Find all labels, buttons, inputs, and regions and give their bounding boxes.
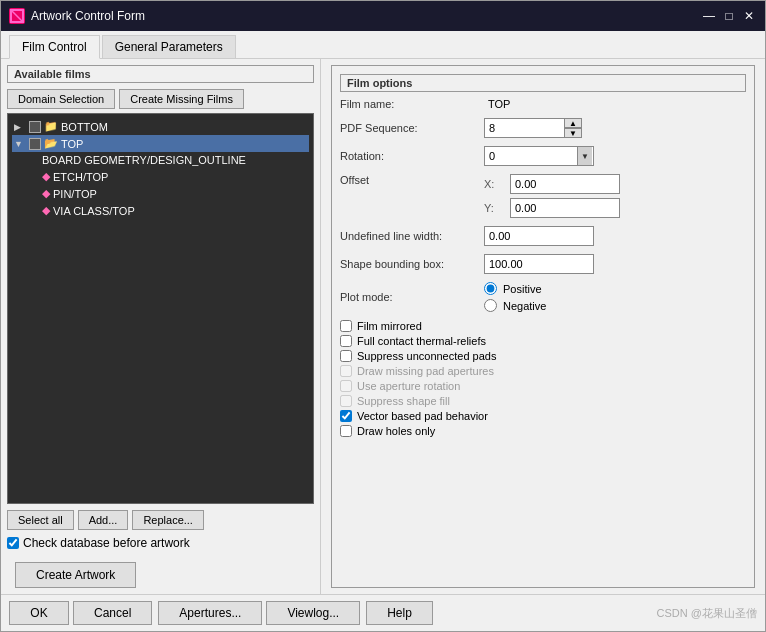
- film-options-title: Film options: [340, 74, 746, 92]
- checkbox-film-mirrored[interactable]: [340, 320, 352, 332]
- tree-item-bottom[interactable]: ▶ 📁 BOTTOM: [12, 118, 309, 135]
- right-panel: Film options Film name: TOP PDF Sequence…: [321, 59, 765, 594]
- shape-bounding-box-row: Shape bounding box:: [340, 254, 746, 274]
- tree-label-bottom: BOTTOM: [61, 121, 108, 133]
- help-button[interactable]: Help: [366, 601, 433, 625]
- film-name-value: TOP: [488, 98, 510, 110]
- undefined-line-width-label: Undefined line width:: [340, 230, 480, 242]
- title-bar: Artwork Control Form — □ ✕: [1, 1, 765, 31]
- pdf-spin-buttons: ▲ ▼: [564, 118, 582, 138]
- offset-group: X: Y:: [484, 174, 620, 218]
- checkbox-full-contact[interactable]: [340, 335, 352, 347]
- footer: OK Cancel Apertures... Viewlog... Help C…: [1, 594, 765, 631]
- checkbox-draw-holes[interactable]: [340, 425, 352, 437]
- folder-icon-top: 📂: [44, 137, 58, 150]
- select-all-button[interactable]: Select all: [7, 510, 74, 530]
- label-film-mirrored: Film mirrored: [357, 320, 422, 332]
- offset-y-row: Y:: [484, 198, 620, 218]
- pdf-sequence-label: PDF Sequence:: [340, 122, 480, 134]
- tree-label-top: TOP: [61, 138, 83, 150]
- footer-left-group: OK Cancel: [9, 601, 152, 625]
- ok-button[interactable]: OK: [9, 601, 69, 625]
- toolbar-row: Domain Selection Create Missing Films: [7, 89, 314, 109]
- footer-right-group: Help: [366, 601, 433, 625]
- film-name-label: Film name:: [340, 98, 480, 110]
- label-suppress-shape: Suppress shape fill: [357, 395, 450, 407]
- checkbox-bottom[interactable]: [29, 121, 41, 133]
- folder-icon-bottom: 📁: [44, 120, 58, 133]
- apertures-button[interactable]: Apertures...: [158, 601, 262, 625]
- viewlog-button[interactable]: Viewlog...: [266, 601, 360, 625]
- expand-arrow-bottom: ▶: [14, 122, 26, 132]
- domain-selection-button[interactable]: Domain Selection: [7, 89, 115, 109]
- label-suppress-unconnected: Suppress unconnected pads: [357, 350, 496, 362]
- check-vector-based: Vector based pad behavior: [340, 410, 746, 422]
- checkboxes-section: Film mirrored Full contact thermal-relie…: [340, 320, 746, 437]
- check-film-mirrored: Film mirrored: [340, 320, 746, 332]
- check-full-contact: Full contact thermal-reliefs: [340, 335, 746, 347]
- rotation-label: Rotation:: [340, 150, 480, 162]
- maximize-button[interactable]: □: [721, 8, 737, 24]
- tree-item-top[interactable]: ▼ 📂 TOP: [12, 135, 309, 152]
- plot-mode-label: Plot mode:: [340, 291, 480, 303]
- offset-y-input[interactable]: [510, 198, 620, 218]
- create-missing-films-button[interactable]: Create Missing Films: [119, 89, 244, 109]
- tree-label-via-class-top: VIA CLASS/TOP: [53, 205, 135, 217]
- checkbox-vector-based[interactable]: [340, 410, 352, 422]
- replace-button[interactable]: Replace...: [132, 510, 204, 530]
- offset-y-label: Y:: [484, 202, 504, 214]
- app-icon: [9, 8, 25, 24]
- rotation-dropdown-wrapper: 0 90 180 270 ▼: [484, 146, 594, 166]
- offset-row: Offset X: Y:: [340, 174, 746, 218]
- check-database-row: Check database before artwork: [7, 536, 314, 550]
- shape-bounding-box-input[interactable]: [484, 254, 594, 274]
- bottom-controls: Select all Add... Replace... Check datab…: [7, 504, 314, 588]
- main-content: Available films Domain Selection Create …: [1, 59, 765, 594]
- bottom-button-row: Select all Add... Replace...: [7, 510, 314, 530]
- film-name-row: Film name: TOP: [340, 98, 746, 110]
- radio-negative[interactable]: [484, 299, 497, 312]
- plot-mode-radio-group: Positive Negative: [484, 282, 546, 312]
- plot-mode-row: Plot mode: Positive Negative: [340, 282, 746, 312]
- undefined-line-width-input[interactable]: [484, 226, 594, 246]
- diamond-icon-etch: ◆: [42, 170, 50, 183]
- rotation-select[interactable]: 0 90 180 270: [484, 146, 594, 166]
- offset-x-input[interactable]: [510, 174, 620, 194]
- tree-item-pin-top[interactable]: ◆ PIN/TOP: [40, 185, 309, 202]
- create-artwork-container: Create Artwork: [7, 562, 314, 588]
- footer-center-group: Apertures... Viewlog...: [158, 601, 360, 625]
- close-button[interactable]: ✕: [741, 8, 757, 24]
- check-database-checkbox[interactable]: [7, 537, 19, 549]
- tree-item-board-geometry[interactable]: BOARD GEOMETRY/DESIGN_OUTLINE: [40, 152, 309, 168]
- check-suppress-shape: Suppress shape fill: [340, 395, 746, 407]
- tab-general-parameters[interactable]: General Parameters: [102, 35, 236, 58]
- cancel-button[interactable]: Cancel: [73, 601, 152, 625]
- pdf-spin-up[interactable]: ▲: [564, 118, 582, 128]
- pdf-spin-down[interactable]: ▼: [564, 128, 582, 138]
- watermark: CSDN @花果山圣僧: [657, 606, 757, 621]
- label-draw-holes: Draw holes only: [357, 425, 435, 437]
- diamond-icon-pin: ◆: [42, 187, 50, 200]
- offset-x-label: X:: [484, 178, 504, 190]
- minimize-button[interactable]: —: [701, 8, 717, 24]
- film-tree[interactable]: ▶ 📁 BOTTOM ▼ 📂 TOP BOARD GEOMETRY/DESIGN…: [7, 113, 314, 504]
- check-draw-holes: Draw holes only: [340, 425, 746, 437]
- tab-film-control[interactable]: Film Control: [9, 35, 100, 59]
- checkbox-top[interactable]: [29, 138, 41, 150]
- checkbox-suppress-shape: [340, 395, 352, 407]
- svg-line-1: [11, 10, 23, 22]
- pdf-sequence-input[interactable]: [484, 118, 564, 138]
- checkbox-draw-missing: [340, 365, 352, 377]
- offset-x-row: X:: [484, 174, 620, 194]
- tree-label-pin-top: PIN/TOP: [53, 188, 97, 200]
- checkbox-use-aperture: [340, 380, 352, 392]
- checkbox-suppress-unconnected[interactable]: [340, 350, 352, 362]
- pdf-sequence-row: PDF Sequence: ▲ ▼: [340, 118, 746, 138]
- radio-positive[interactable]: [484, 282, 497, 295]
- add-button[interactable]: Add...: [78, 510, 129, 530]
- tree-item-etch-top[interactable]: ◆ ETCH/TOP: [40, 168, 309, 185]
- create-artwork-button[interactable]: Create Artwork: [15, 562, 136, 588]
- title-bar-controls: — □ ✕: [701, 8, 757, 24]
- undefined-line-width-row: Undefined line width:: [340, 226, 746, 246]
- tree-item-via-class-top[interactable]: ◆ VIA CLASS/TOP: [40, 202, 309, 219]
